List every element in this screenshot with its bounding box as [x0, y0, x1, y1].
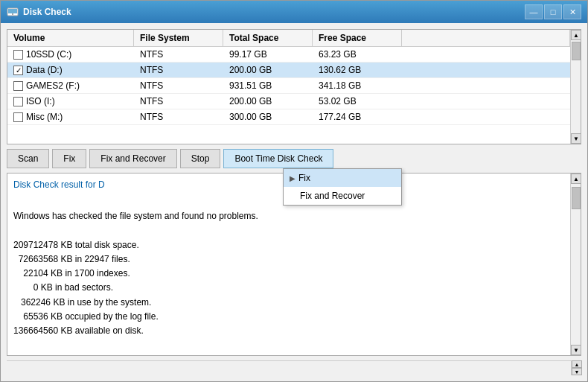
status-scroll-down[interactable]: ▼ [572, 368, 582, 375]
output-scroll-track [571, 184, 581, 345]
output-line-1: Windows has checked the file system and … [13, 209, 564, 223]
cell-fs-0: NTFS [134, 47, 223, 62]
volume-table-container: Volume File System Total Space Free Spac… [7, 29, 581, 144]
title-bar: Disk Check — □ ✕ [1, 1, 587, 23]
cell-fs-4: NTFS [134, 109, 223, 124]
col-extra [402, 30, 570, 46]
output-line-4: 72663568 KB in 22947 files. [13, 252, 564, 267]
fix-button[interactable]: Fix [52, 149, 86, 168]
table-row[interactable]: 10SSD (C:) NTFS 99.17 GB 63.23 GB [7, 47, 570, 63]
cell-extra-4 [402, 109, 570, 124]
cell-total-1: 200.00 GB [223, 63, 313, 77]
scroll-down-arrow[interactable]: ▼ [571, 133, 581, 144]
status-scrollbar[interactable]: ▲ ▼ [571, 360, 581, 375]
col-fs: File System [134, 30, 223, 46]
cell-volume-4: Misc (M:) [7, 109, 134, 124]
cell-free-2: 341.18 GB [313, 78, 402, 93]
output-line-10 [13, 338, 564, 352]
cell-fs-2: NTFS [134, 78, 223, 93]
checkbox-2[interactable] [13, 81, 23, 91]
cell-extra-2 [402, 78, 570, 93]
output-line-2 [13, 224, 564, 238]
dropdown-menu: ▶ Fix Fix and Recover [283, 168, 402, 206]
cell-free-1: 130.62 GB [313, 63, 402, 77]
svg-rect-1 [8, 9, 17, 13]
checkbox-1[interactable]: ✓ [13, 66, 23, 75]
checkbox-0[interactable] [13, 50, 23, 60]
cell-free-4: 177.24 GB [313, 109, 402, 124]
table-row[interactable]: GAMES2 (F:) NTFS 931.51 GB 341.18 GB [7, 78, 570, 94]
cell-volume-3: ISO (I:) [7, 94, 134, 109]
output-scroll-down[interactable]: ▼ [571, 345, 581, 355]
dropdown-item-fix-recover[interactable]: Fix and Recover [284, 187, 401, 205]
status-bar: ▲ ▼ [7, 360, 581, 375]
cell-total-3: 200.00 GB [223, 94, 313, 109]
minimize-button[interactable]: — [525, 4, 543, 19]
table-scrollbar[interactable]: ▲ ▼ [570, 30, 581, 144]
scan-button[interactable]: Scan [7, 149, 49, 168]
cell-total-4: 300.00 GB [223, 109, 313, 124]
output-line-9: 136664560 KB available on disk. [13, 324, 564, 338]
col-volume: Volume [7, 30, 134, 46]
fix-recover-button[interactable]: Fix and Recover [89, 149, 176, 168]
table-row[interactable]: ✓ Data (D:) NTFS 200.00 GB 130.62 GB [7, 63, 570, 78]
checkbox-3[interactable] [13, 97, 23, 106]
output-line-3: 209712478 KB total disk space. [13, 238, 564, 252]
output-scrollbar[interactable]: ▲ ▼ [570, 174, 581, 355]
cell-extra-3 [402, 94, 570, 109]
cell-volume-1: ✓ Data (D:) [7, 63, 134, 77]
cell-extra-1 [402, 63, 570, 77]
table-body: 10SSD (C:) NTFS 99.17 GB 63.23 GB ✓ Data… [7, 47, 570, 144]
window-icon [7, 6, 19, 18]
output-line-6: 0 KB in bad sectors. [13, 281, 564, 295]
dropdown-arrow-icon: ▶ [290, 174, 295, 182]
cell-fs-1: NTFS [134, 63, 223, 77]
col-total: Total Space [223, 30, 313, 46]
cell-extra-0 [402, 47, 570, 62]
cell-fs-3: NTFS [134, 94, 223, 109]
boot-time-button[interactable]: Boot Time Disk Check [223, 149, 333, 168]
table-header: Volume File System Total Space Free Spac… [7, 30, 570, 47]
cell-free-0: 63.23 GB [313, 47, 402, 62]
cell-free-3: 53.02 GB [313, 94, 402, 109]
checkbox-4[interactable] [13, 112, 23, 122]
cell-volume-0: 10SSD (C:) [7, 47, 134, 62]
status-scroll-up[interactable]: ▲ [572, 360, 582, 368]
scroll-track [571, 40, 581, 133]
col-free: Free Space [313, 30, 402, 46]
toolbar: Scan Fix Fix and Recover Stop Boot Time … [7, 149, 581, 168]
output-line-7: 362246 KB in use by the system. [13, 296, 564, 310]
scroll-thumb[interactable] [572, 42, 581, 60]
dropdown-item-fix[interactable]: ▶ Fix [284, 169, 401, 187]
cell-total-0: 99.17 GB [223, 47, 313, 62]
output-line-8: 65536 KB occupied by the log file. [13, 310, 564, 324]
cell-volume-2: GAMES2 (F:) [7, 78, 134, 93]
scroll-up-arrow[interactable]: ▲ [571, 30, 581, 40]
output-line-11: 4096 bytes in each allocation unit. [13, 352, 564, 355]
table-row[interactable]: Misc (M:) NTFS 300.00 GB 177.24 GB [7, 109, 570, 125]
close-button[interactable]: ✕ [563, 4, 581, 19]
window-title: Disk Check [23, 7, 525, 17]
table-row[interactable]: ISO (I:) NTFS 200.00 GB 53.02 GB [7, 94, 570, 109]
cell-total-2: 931.51 GB [223, 78, 313, 93]
maximize-button[interactable]: □ [544, 4, 562, 19]
table-inner: Volume File System Total Space Free Spac… [7, 30, 570, 144]
output-scroll-thumb[interactable] [572, 187, 581, 209]
svg-point-2 [12, 13, 13, 15]
window-body: Volume File System Total Space Free Spac… [1, 23, 587, 381]
output-scroll-up[interactable]: ▲ [571, 174, 581, 184]
disk-check-window: Disk Check — □ ✕ Volume File System Tota… [0, 0, 588, 382]
output-line-5: 22104 KB in 1700 indexes. [13, 267, 564, 281]
stop-button[interactable]: Stop [180, 149, 221, 168]
window-controls: — □ ✕ [525, 4, 581, 19]
